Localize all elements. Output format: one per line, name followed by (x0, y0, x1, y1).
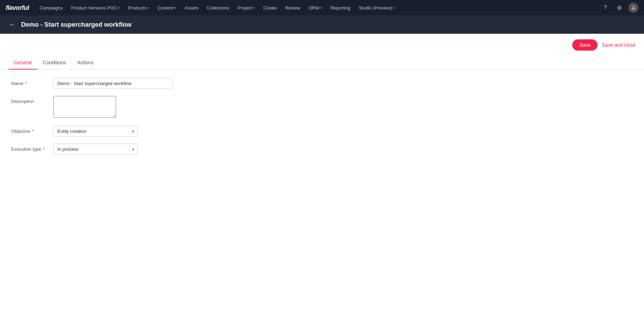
save-button[interactable]: Save (572, 39, 598, 51)
chevron-down-icon: ▾ (253, 6, 255, 10)
execution-type-select[interactable]: In process Asynchronous (53, 144, 138, 155)
tab-actions[interactable]: Actions (72, 56, 99, 70)
tabs-row: General Conditions Actions (0, 56, 644, 70)
objective-field-row: Objective * Entity creation Entity updat… (11, 126, 633, 137)
nav-products[interactable]: Products ▾ (125, 4, 152, 12)
nav-reporting[interactable]: Reporting (327, 4, 354, 12)
logo: flavorful (6, 4, 29, 12)
tab-conditions[interactable]: Conditions (37, 56, 72, 70)
gear-icon[interactable]: ⚙ (614, 3, 624, 13)
nav-campaigns[interactable]: Campaigns (36, 4, 66, 12)
chevron-down-icon: ▾ (118, 6, 120, 10)
form-area: Name * Description Objective * Entity cr… (0, 70, 644, 170)
toolbar: Save Save and close (0, 34, 644, 56)
nav-assets[interactable]: Assets (181, 4, 202, 12)
nav-product-versions[interactable]: Product Versions POC ▾ (68, 4, 123, 12)
svg-point-0 (632, 6, 634, 8)
execution-type-label: Execution type * (11, 144, 53, 152)
objective-select[interactable]: Entity creation Entity update Asset uplo… (53, 126, 138, 137)
objective-label: Objective * (11, 126, 53, 134)
main-content: Save Save and close General Conditions A… (0, 34, 644, 325)
page-title: Demo - Start supercharged workflow (21, 21, 132, 28)
name-label: Name * (11, 78, 53, 86)
back-button[interactable]: ← (7, 20, 17, 30)
description-field-row: Description (11, 96, 633, 119)
help-icon[interactable]: ? (600, 3, 610, 13)
chevron-down-icon: ▾ (147, 6, 149, 10)
nav-content[interactable]: Content ▾ (154, 4, 180, 12)
nav-create[interactable]: Create (260, 4, 280, 12)
avatar[interactable] (629, 3, 638, 13)
nav-review[interactable]: Review (282, 4, 304, 12)
nav-studio[interactable]: Studio (Preview) ▾ (355, 4, 398, 12)
nav-collections[interactable]: Collections (203, 4, 233, 12)
sub-header: ← Demo - Start supercharged workflow (0, 15, 644, 34)
chevron-down-icon: ▾ (174, 6, 176, 10)
name-field-row: Name * (11, 78, 633, 89)
description-input[interactable] (53, 96, 116, 118)
tab-general[interactable]: General (8, 56, 37, 70)
chevron-down-icon: ▾ (393, 6, 395, 10)
nav-drm[interactable]: DRM ▾ (305, 4, 326, 12)
name-input[interactable] (53, 78, 173, 89)
save-and-close-button[interactable]: Save and close (602, 42, 636, 48)
chevron-down-icon: ▾ (320, 6, 322, 10)
nav-project[interactable]: Project ▾ (234, 4, 258, 12)
top-navigation: flavorful Campaigns Product Versions POC… (0, 0, 644, 15)
execution-type-field-row: Execution type * In process Asynchronous… (11, 144, 633, 155)
description-label: Description (11, 96, 53, 104)
